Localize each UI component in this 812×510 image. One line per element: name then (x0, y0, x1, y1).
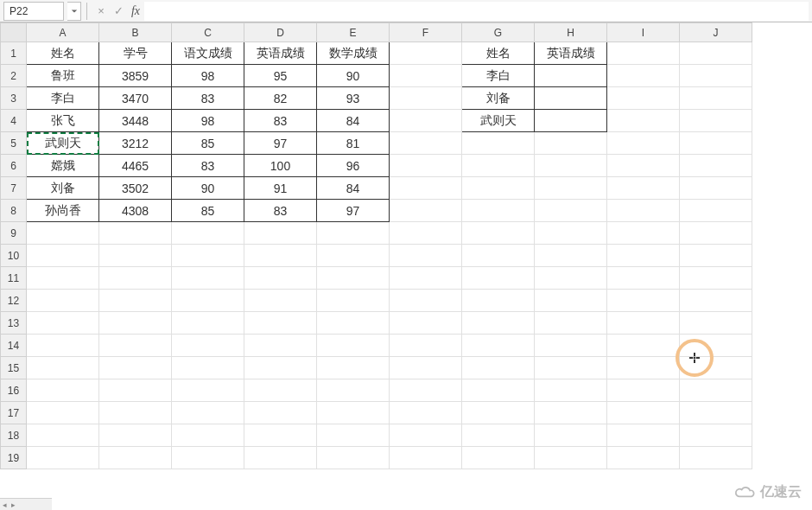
cell-F7[interactable] (390, 177, 462, 200)
row-header-18[interactable]: 18 (1, 424, 27, 447)
cell-D15[interactable] (244, 357, 317, 379)
cell-C9[interactable] (172, 222, 244, 245)
cell-A16[interactable] (27, 379, 99, 402)
name-box[interactable]: P22 (3, 2, 64, 21)
cell-B4[interactable]: 3448 (99, 110, 172, 132)
row-header-13[interactable]: 13 (1, 312, 27, 335)
cell-H2[interactable] (535, 65, 607, 87)
cell-H7[interactable] (535, 177, 607, 200)
row-header-12[interactable]: 12 (1, 290, 27, 312)
cell-B5[interactable]: 3212 (99, 132, 172, 155)
cell-J5[interactable] (680, 132, 752, 155)
cell-F2[interactable] (390, 65, 462, 87)
cell-J8[interactable] (680, 200, 752, 222)
cell-D3[interactable]: 82 (244, 87, 317, 110)
cell-H9[interactable] (535, 222, 607, 245)
cell-G7[interactable] (462, 177, 535, 200)
cell-D2[interactable]: 95 (244, 65, 317, 87)
cell-F17[interactable] (390, 402, 462, 424)
cell-F6[interactable] (390, 155, 462, 177)
row-header-3[interactable]: 3 (1, 87, 27, 110)
cell-E12[interactable] (317, 290, 390, 312)
cell-B9[interactable] (99, 222, 172, 245)
cell-G15[interactable] (462, 357, 535, 379)
cell-E2[interactable]: 90 (317, 65, 390, 87)
cell-B17[interactable] (99, 402, 172, 424)
cell-J16[interactable] (680, 379, 752, 402)
cell-I12[interactable] (607, 290, 680, 312)
cell-E3[interactable]: 93 (317, 87, 390, 110)
cell-C1[interactable]: 语文成绩 (172, 42, 244, 65)
cell-E13[interactable] (317, 312, 390, 335)
cell-I16[interactable] (607, 379, 680, 402)
formula-input[interactable] (144, 2, 809, 21)
cell-D19[interactable] (244, 447, 317, 469)
cell-F13[interactable] (390, 312, 462, 335)
cell-G5[interactable] (462, 132, 535, 155)
cell-H16[interactable] (535, 379, 607, 402)
cell-D14[interactable] (244, 335, 317, 357)
column-header-D[interactable]: D (244, 23, 317, 42)
cell-F8[interactable] (390, 200, 462, 222)
scroll-right-icon[interactable]: ▸ (9, 500, 17, 509)
row-header-10[interactable]: 10 (1, 245, 27, 267)
cell-G14[interactable] (462, 335, 535, 357)
cell-G13[interactable] (462, 312, 535, 335)
cell-H10[interactable] (535, 245, 607, 267)
cell-E19[interactable] (317, 447, 390, 469)
scroll-left-icon[interactable]: ◂ (0, 500, 9, 509)
cell-J12[interactable] (680, 290, 752, 312)
cell-D4[interactable]: 83 (244, 110, 317, 132)
cell-B6[interactable]: 4465 (99, 155, 172, 177)
row-header-9[interactable]: 9 (1, 222, 27, 245)
cell-A13[interactable] (27, 312, 99, 335)
cell-A8[interactable]: 孙尚香 (27, 200, 99, 222)
cell-A4[interactable]: 张飞 (27, 110, 99, 132)
cell-C11[interactable] (172, 267, 244, 290)
cell-D18[interactable] (244, 424, 317, 447)
cell-C7[interactable]: 90 (172, 177, 244, 200)
cell-I19[interactable] (607, 447, 680, 469)
cell-C13[interactable] (172, 312, 244, 335)
cell-D11[interactable] (244, 267, 317, 290)
cell-H4[interactable] (535, 110, 607, 132)
cell-G16[interactable] (462, 379, 535, 402)
row-header-2[interactable]: 2 (1, 65, 27, 87)
column-header-I[interactable]: I (607, 23, 680, 42)
cell-A10[interactable] (27, 245, 99, 267)
name-box-dropdown[interactable] (67, 2, 81, 21)
row-header-1[interactable]: 1 (1, 42, 27, 65)
cell-B1[interactable]: 学号 (99, 42, 172, 65)
cell-A14[interactable] (27, 335, 99, 357)
cell-A6[interactable]: 嫦娥 (27, 155, 99, 177)
cell-B15[interactable] (99, 357, 172, 379)
column-header-G[interactable]: G (462, 23, 535, 42)
row-header-17[interactable]: 17 (1, 402, 27, 424)
confirm-formula-button[interactable]: ✓ (110, 3, 127, 20)
cell-B14[interactable] (99, 335, 172, 357)
cell-G4[interactable]: 武则天 (462, 110, 535, 132)
cell-G1[interactable]: 姓名 (462, 42, 535, 65)
cell-B7[interactable]: 3502 (99, 177, 172, 200)
cell-F4[interactable] (390, 110, 462, 132)
cell-H3[interactable] (535, 87, 607, 110)
cell-E16[interactable] (317, 379, 390, 402)
cell-G8[interactable] (462, 200, 535, 222)
row-header-4[interactable]: 4 (1, 110, 27, 132)
cell-G2[interactable]: 李白 (462, 65, 535, 87)
cell-D6[interactable]: 100 (244, 155, 317, 177)
cell-C10[interactable] (172, 245, 244, 267)
cancel-formula-button[interactable]: × (92, 3, 110, 20)
cell-G3[interactable]: 刘备 (462, 87, 535, 110)
cell-D17[interactable] (244, 402, 317, 424)
cell-J19[interactable] (680, 447, 752, 469)
cell-B16[interactable] (99, 379, 172, 402)
row-header-7[interactable]: 7 (1, 177, 27, 200)
cell-C19[interactable] (172, 447, 244, 469)
cell-J1[interactable] (680, 42, 752, 65)
fx-button[interactable]: fx (127, 3, 144, 20)
column-header-E[interactable]: E (317, 23, 390, 42)
cell-E18[interactable] (317, 424, 390, 447)
cell-I7[interactable] (607, 177, 680, 200)
cell-B10[interactable] (99, 245, 172, 267)
